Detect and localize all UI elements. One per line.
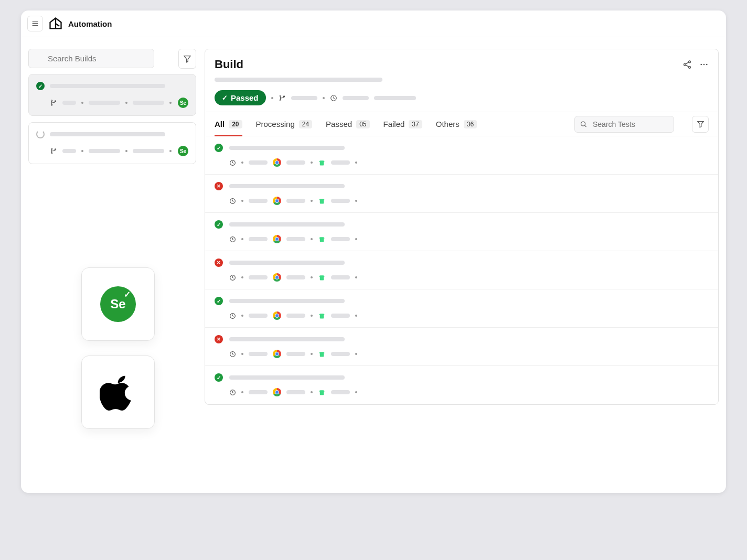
placeholder-line — [286, 352, 305, 356]
chrome-icon — [273, 311, 281, 320]
placeholder-line — [62, 101, 76, 105]
chrome-icon — [273, 273, 281, 282]
test-row[interactable] — [205, 213, 718, 251]
tab-label: Failed — [383, 120, 405, 128]
placeholder-line — [331, 352, 350, 356]
placeholder-line — [331, 390, 350, 394]
placeholder-line — [229, 337, 345, 341]
svg-point-9 — [51, 148, 52, 149]
placeholder-line — [291, 96, 317, 100]
apple-logo-icon — [100, 371, 136, 413]
tab-all[interactable]: All 20 — [215, 112, 242, 136]
separator-dot — [241, 200, 243, 202]
separator-dot — [355, 276, 357, 278]
separator-dot — [241, 315, 243, 317]
android-icon — [318, 197, 326, 205]
svg-point-13 — [684, 63, 686, 66]
clock-icon — [330, 94, 337, 102]
placeholder-line — [89, 149, 120, 153]
status-failed-icon — [215, 182, 223, 190]
placeholder-line — [286, 390, 305, 394]
tab-others[interactable]: Others 36 — [436, 112, 477, 136]
separator-dot — [241, 353, 243, 355]
placeholder-line — [229, 299, 345, 303]
filter-button[interactable] — [178, 49, 196, 69]
tab-label: Others — [436, 120, 460, 128]
app-window: Automation — [21, 10, 726, 493]
test-row[interactable] — [205, 136, 718, 175]
placeholder-line — [249, 237, 268, 241]
tab-processing[interactable]: Processing 24 — [256, 112, 313, 136]
svg-point-6 — [51, 100, 52, 101]
svg-point-12 — [689, 61, 691, 63]
app-title: Automation — [68, 19, 112, 28]
placeholder-line — [374, 96, 416, 100]
placeholder-line — [286, 237, 305, 241]
separator-dot — [311, 200, 313, 202]
separator-dot — [355, 315, 357, 317]
share-button[interactable] — [682, 60, 692, 69]
svg-point-17 — [700, 64, 702, 66]
tab-count: 37 — [409, 120, 422, 128]
android-icon — [318, 350, 326, 358]
placeholder-line — [331, 314, 350, 318]
separator-dot — [355, 200, 357, 202]
selenium-card: Se — [81, 267, 155, 341]
app-logo-icon — [48, 16, 63, 31]
android-icon — [318, 312, 326, 320]
separator-dot — [311, 315, 313, 317]
more-button[interactable] — [699, 60, 709, 69]
separator-dot — [169, 102, 172, 104]
svg-point-14 — [689, 66, 691, 68]
build-card[interactable]: Se — [28, 74, 196, 116]
test-row[interactable] — [205, 289, 718, 328]
svg-marker-5 — [184, 56, 190, 62]
tabs: All 20 Processing 24 Passed 05 Failed 37… — [205, 112, 718, 136]
test-row[interactable] — [205, 328, 718, 366]
separator-dot — [323, 97, 325, 99]
placeholder-line — [286, 314, 305, 318]
menu-icon — [31, 19, 39, 28]
svg-point-18 — [703, 64, 705, 66]
placeholder-line — [331, 237, 350, 241]
search-icon — [580, 120, 588, 128]
separator-dot — [241, 238, 243, 240]
menu-button[interactable] — [27, 16, 43, 31]
svg-point-19 — [706, 64, 708, 66]
status-passed-icon — [215, 297, 223, 305]
svg-line-16 — [686, 65, 689, 67]
android-icon — [318, 389, 326, 396]
search-tests-input[interactable] — [574, 116, 674, 133]
placeholder-line — [229, 146, 345, 150]
status-passed-icon — [215, 220, 223, 229]
separator-dot — [355, 238, 357, 240]
separator-dot — [241, 391, 243, 393]
git-branch-icon — [279, 94, 286, 102]
test-row[interactable] — [205, 251, 718, 289]
build-card[interactable]: Se — [28, 122, 196, 164]
placeholder-line — [50, 84, 165, 88]
test-row[interactable] — [205, 366, 718, 404]
separator-dot — [241, 276, 243, 278]
placeholder-line — [249, 199, 268, 203]
main-panel: Build Passed — [205, 49, 719, 405]
android-icon — [318, 274, 326, 282]
clock-icon — [229, 389, 236, 396]
search-builds-input[interactable] — [28, 49, 154, 68]
placeholder-line — [229, 222, 345, 227]
svg-point-7 — [51, 104, 52, 105]
placeholder-line — [62, 149, 76, 153]
clock-icon — [229, 236, 236, 243]
tab-failed[interactable]: Failed 37 — [383, 112, 422, 136]
placeholder-line — [89, 101, 120, 105]
placeholder-line — [343, 96, 369, 100]
tests-filter-button[interactable] — [692, 116, 709, 133]
apple-card — [81, 356, 155, 429]
status-passed-icon — [36, 82, 45, 90]
placeholder-line — [249, 390, 268, 394]
test-row[interactable] — [205, 175, 718, 213]
placeholder-line — [331, 275, 350, 279]
placeholder-line — [331, 199, 350, 203]
tab-passed[interactable]: Passed 05 — [326, 112, 369, 136]
placeholder-line — [286, 199, 305, 203]
